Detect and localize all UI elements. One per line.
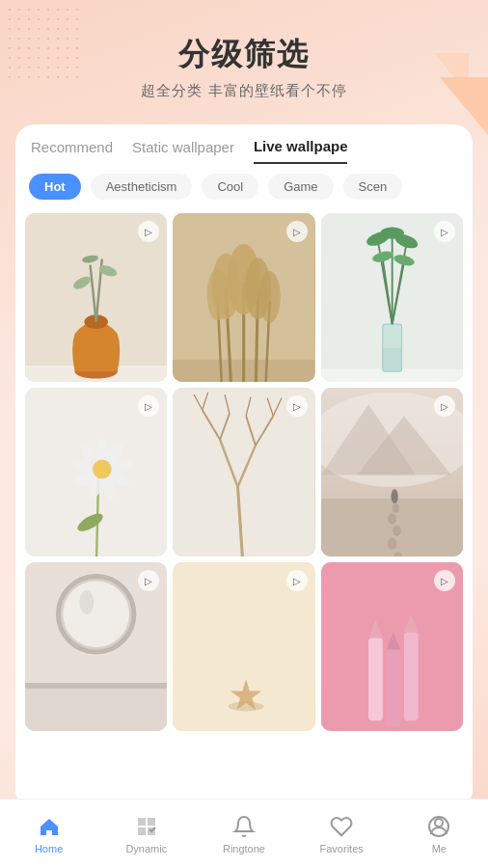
- page-title: 分级筛选: [19, 34, 469, 76]
- dynamic-icon: [134, 814, 159, 839]
- svg-point-20: [259, 271, 281, 323]
- svg-rect-79: [25, 683, 167, 689]
- play-btn-6[interactable]: ▷: [434, 395, 455, 417]
- play-btn-5[interactable]: ▷: [286, 395, 308, 417]
- svg-point-69: [393, 526, 401, 536]
- chip-game[interactable]: Game: [268, 174, 333, 200]
- svg-rect-85: [368, 637, 383, 720]
- nav-ringtone[interactable]: Ringtone: [215, 814, 273, 854]
- nav-dynamic[interactable]: Dynamic: [118, 814, 176, 854]
- svg-point-72: [391, 489, 397, 503]
- svg-point-77: [79, 590, 94, 614]
- wallpaper-item-4[interactable]: ▷: [25, 388, 167, 556]
- favorites-icon: [329, 814, 354, 839]
- play-btn-8[interactable]: ▷: [286, 570, 308, 591]
- home-icon: [37, 814, 62, 839]
- svg-point-81: [229, 702, 264, 712]
- wallpaper-item-3[interactable]: ▷: [321, 213, 463, 382]
- nav-dynamic-label: Dynamic: [125, 843, 167, 854]
- chips-row: Hot Aestheticism Cool Game Scen: [15, 164, 473, 209]
- chip-scene[interactable]: Scen: [343, 174, 403, 200]
- wallpaper-item-8[interactable]: ▷: [173, 562, 314, 731]
- svg-point-76: [63, 581, 129, 647]
- bottom-nav: Home Dynamic Ringtone Favorites: [0, 799, 488, 868]
- page-subtitle: 超全分类 丰富的壁纸看个不停: [19, 82, 469, 100]
- svg-point-68: [387, 538, 396, 550]
- nav-me-label: Me: [432, 843, 447, 854]
- svg-point-91: [435, 819, 443, 827]
- nav-home-label: Home: [35, 843, 63, 854]
- play-btn-2[interactable]: ▷: [286, 221, 308, 242]
- wallpaper-grid: ▷ ▷: [15, 209, 473, 741]
- play-btn-3[interactable]: ▷: [434, 221, 455, 242]
- svg-point-71: [392, 503, 398, 513]
- wallpaper-item-9[interactable]: ▷: [321, 562, 463, 731]
- svg-point-19: [207, 268, 229, 320]
- main-card: Recommend Static wallpaper Live wallpape…: [15, 124, 473, 809]
- nav-home[interactable]: Home: [20, 814, 78, 854]
- tab-recommend[interactable]: Recommend: [31, 139, 113, 163]
- svg-rect-86: [386, 650, 400, 727]
- chip-cool[interactable]: Cool: [202, 174, 258, 200]
- wallpaper-item-6[interactable]: ▷: [321, 388, 463, 556]
- svg-rect-78: [25, 683, 167, 731]
- play-btn-9[interactable]: ▷: [434, 570, 455, 591]
- wallpaper-item-1[interactable]: ▷: [25, 213, 167, 382]
- me-icon: [426, 814, 451, 839]
- tab-live[interactable]: Live wallpape: [254, 138, 348, 164]
- nav-me[interactable]: Me: [410, 814, 468, 854]
- svg-rect-24: [382, 348, 401, 372]
- header: 分级筛选 超全分类 丰富的壁纸看个不停: [0, 0, 488, 115]
- nav-favorites-label: Favorites: [320, 843, 364, 854]
- nav-favorites[interactable]: Favorites: [312, 814, 370, 854]
- svg-point-47: [93, 460, 112, 479]
- svg-point-70: [388, 513, 396, 524]
- svg-rect-87: [404, 632, 419, 720]
- tabs-row: Recommend Static wallpaper Live wallpape: [15, 124, 473, 164]
- wallpaper-item-7[interactable]: ▷: [25, 562, 167, 731]
- chip-hot[interactable]: Hot: [29, 174, 81, 200]
- nav-ringtone-label: Ringtone: [223, 843, 265, 854]
- tab-static[interactable]: Static wallpaper: [132, 139, 234, 163]
- wallpaper-item-5[interactable]: ▷: [173, 388, 314, 556]
- chip-aestheticism[interactable]: Aestheticism: [91, 174, 193, 200]
- ringtone-icon: [231, 814, 257, 839]
- wallpaper-item-2[interactable]: ▷: [173, 213, 314, 382]
